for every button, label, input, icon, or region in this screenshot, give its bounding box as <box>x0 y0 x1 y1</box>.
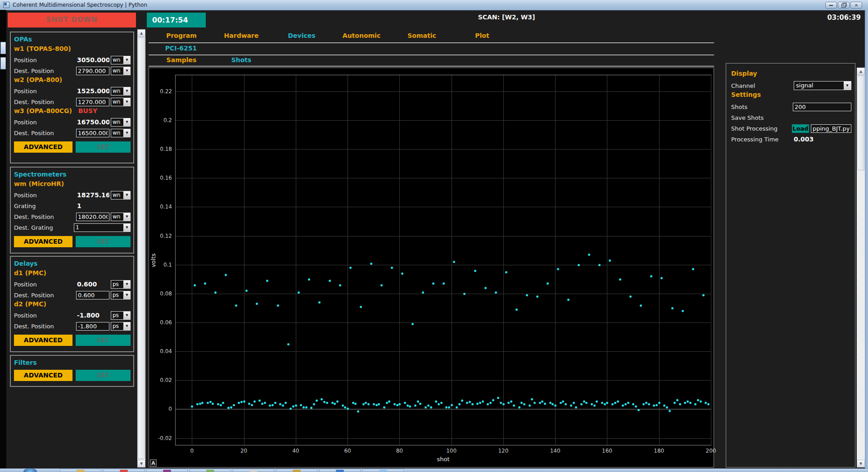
tab-autonomic[interactable]: Autonomic <box>343 32 380 39</box>
units-value: ps <box>111 281 123 288</box>
units-dropdown[interactable]: wn▼ <box>111 191 131 200</box>
advanced-button[interactable]: ADVANCED <box>14 141 72 153</box>
clock: 03:06:39 <box>827 14 861 22</box>
data-point <box>609 259 611 262</box>
chevron-down-icon[interactable]: ▼ <box>123 213 130 221</box>
tab-pci-6251[interactable]: PCI-6251 <box>165 45 197 52</box>
tab-somatic[interactable]: Somatic <box>407 32 436 39</box>
chevron-down-icon[interactable]: ▼ <box>123 224 130 231</box>
chevron-down-icon[interactable]: ▼ <box>844 82 851 90</box>
data-point <box>445 406 448 408</box>
data-point <box>430 406 432 408</box>
minimize-button[interactable] <box>825 2 837 9</box>
set-button[interactable]: SET <box>76 236 131 247</box>
shutdown-button[interactable]: SHUT DOWN <box>8 13 136 27</box>
units-dropdown[interactable]: wn▼ <box>111 67 131 75</box>
data-point <box>401 272 403 275</box>
units-dropdown[interactable]: ps▼ <box>111 311 131 320</box>
chevron-down-icon[interactable]: ▼ <box>123 312 130 319</box>
taskbar-button[interactable] <box>319 469 361 472</box>
dest-position-input[interactable] <box>76 98 109 106</box>
units-dropdown[interactable]: wn▼ <box>111 87 131 95</box>
processing-file-input[interactable] <box>811 124 851 133</box>
data-point <box>682 310 684 312</box>
close-button[interactable]: × <box>850 2 862 9</box>
dest-position-row: Dest. Position ps▼ <box>14 290 131 300</box>
advanced-button[interactable]: ADVANCED <box>14 236 72 247</box>
tab-devices[interactable]: Devices <box>288 32 315 39</box>
taskbar-button[interactable] <box>233 469 274 472</box>
tab-shots[interactable]: Shots <box>231 56 252 64</box>
start-button[interactable] <box>23 468 37 472</box>
tab-program[interactable]: Program <box>166 32 197 39</box>
scroll-up-icon[interactable]: ▲ <box>857 68 865 75</box>
tab-samples[interactable]: Samples <box>167 56 197 64</box>
y-tick-label: 0.02 <box>160 377 172 383</box>
channel-dropdown[interactable]: signal▼ <box>794 81 851 90</box>
tab-hardware[interactable]: Hardware <box>224 32 259 39</box>
taskbar-button[interactable] <box>146 469 188 472</box>
scroll-up-icon[interactable]: ▲ <box>137 29 145 37</box>
chevron-down-icon[interactable]: ▼ <box>123 281 130 288</box>
dest-position-input[interactable] <box>76 213 109 221</box>
shots-input[interactable] <box>793 103 851 111</box>
settings-scrollbar[interactable]: ▲ ▼ <box>857 68 865 467</box>
chevron-down-icon[interactable]: ▼ <box>123 98 130 106</box>
chevron-down-icon[interactable]: ▼ <box>123 118 130 126</box>
taskbar-app-icon <box>163 470 171 472</box>
units-dropdown[interactable]: ps▼ <box>111 291 131 300</box>
data-point <box>513 404 515 407</box>
dest-grating-row: Dest. Grating 1▼ <box>14 222 131 233</box>
sidebar-scrollbar[interactable]: ▲ ▼ <box>137 29 145 467</box>
taskbar-button[interactable] <box>103 469 145 472</box>
chevron-down-icon[interactable]: ▼ <box>123 56 130 64</box>
taskbar-button[interactable] <box>362 469 404 472</box>
taskbar-button[interactable] <box>190 469 231 472</box>
data-point <box>404 402 406 404</box>
data-point <box>469 401 471 403</box>
tab-plot[interactable]: Plot <box>475 32 489 39</box>
scroll-down-icon[interactable]: ▼ <box>857 460 865 467</box>
dest-position-input[interactable] <box>76 322 109 331</box>
scroll-down-icon[interactable]: ▼ <box>137 460 145 467</box>
data-point <box>354 403 357 405</box>
scrollbar-thumb[interactable] <box>138 37 145 459</box>
gridline <box>452 75 452 445</box>
set-button[interactable]: SET <box>76 335 131 346</box>
advanced-button[interactable]: ADVANCED <box>14 370 72 381</box>
chevron-down-icon[interactable]: ▼ <box>123 67 130 75</box>
units-dropdown[interactable]: ps▼ <box>111 280 131 289</box>
taskbar-button[interactable] <box>276 469 317 472</box>
dock-icon <box>0 57 6 69</box>
units-dropdown[interactable]: wn▼ <box>111 56 131 64</box>
advanced-button[interactable]: ADVANCED <box>14 335 72 346</box>
units-dropdown[interactable]: wn▼ <box>111 213 131 221</box>
units-dropdown[interactable]: wn▼ <box>111 98 131 106</box>
chevron-down-icon[interactable]: ▼ <box>123 322 130 330</box>
dest-position-input[interactable] <box>76 129 109 137</box>
chevron-down-icon[interactable]: ▼ <box>123 87 130 95</box>
scrollbar-thumb[interactable] <box>857 76 864 170</box>
units-dropdown[interactable]: wn▼ <box>111 129 131 137</box>
dest-position-input[interactable] <box>76 67 109 75</box>
autoscale-button[interactable]: A <box>150 459 157 467</box>
restore-button[interactable] <box>838 2 850 9</box>
set-button[interactable]: SET <box>76 370 131 381</box>
chevron-down-icon[interactable]: ▼ <box>123 191 130 199</box>
data-point <box>466 402 468 404</box>
dest-position-input[interactable] <box>76 291 109 300</box>
window-title: Coherent Multidimensional Spectroscopy |… <box>13 2 147 8</box>
set-button[interactable]: SET <box>76 141 131 153</box>
dest-grating-dropdown[interactable]: 1▼ <box>74 223 131 232</box>
data-point <box>295 404 297 407</box>
y-axis-label: volts <box>150 253 157 267</box>
chevron-down-icon[interactable]: ▼ <box>123 129 130 137</box>
units-dropdown[interactable]: ps▼ <box>111 322 131 331</box>
units-dropdown[interactable]: wn▼ <box>111 118 131 127</box>
chevron-down-icon[interactable]: ▼ <box>123 291 130 299</box>
data-point <box>323 401 326 403</box>
data-point <box>360 306 362 308</box>
data-point <box>687 400 689 403</box>
load-button[interactable]: Load <box>792 124 809 133</box>
taskbar-button[interactable] <box>60 469 101 472</box>
